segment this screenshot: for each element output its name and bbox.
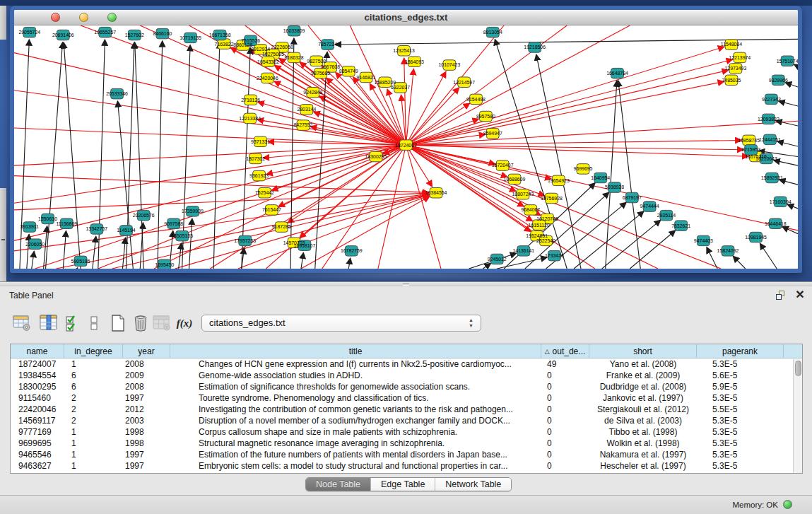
memory-status-icon[interactable] bbox=[783, 500, 792, 509]
table-settings-button[interactable] bbox=[11, 313, 33, 334]
citation-edge-red[interactable] bbox=[378, 145, 406, 269]
citation-edge-black[interactable] bbox=[794, 64, 798, 66]
citation-edge-black[interactable] bbox=[158, 41, 163, 269]
new-table-button[interactable] bbox=[107, 313, 129, 334]
close-panel-icon[interactable]: ✕ bbox=[794, 289, 806, 300]
citation-edge-black[interactable] bbox=[301, 252, 303, 269]
citation-edge-black[interactable] bbox=[44, 226, 47, 269]
column-header-short[interactable]: short bbox=[589, 344, 697, 358]
citation-edge-black[interactable] bbox=[20, 40, 29, 269]
citation-edge-black[interactable] bbox=[117, 101, 133, 269]
citation-edge-black[interactable] bbox=[122, 238, 125, 269]
table-row[interactable]: 1872400712008Changes of HCN gene express… bbox=[11, 358, 802, 370]
panel-splitter[interactable] bbox=[0, 281, 812, 286]
table-row[interactable]: 1456911722003Disruption of a novel membe… bbox=[11, 415, 802, 426]
cell-out_degree: 0 bbox=[541, 415, 589, 426]
table-row[interactable]: 946554611997Estimation of the future num… bbox=[11, 449, 802, 460]
network-node-label: 5905195 bbox=[71, 259, 90, 264]
column-header-label: pagerank bbox=[722, 346, 758, 356]
citation-edge-black[interactable] bbox=[787, 204, 798, 209]
citation-edge-black[interactable] bbox=[63, 230, 66, 269]
table-tab-group: Node TableEdge TableNetwork Table bbox=[305, 477, 512, 491]
citation-edge-black[interactable] bbox=[213, 42, 220, 269]
cell-short: Hescheler et al. (1997) bbox=[589, 460, 697, 472]
network-node-label: 7163822 bbox=[215, 42, 234, 47]
cell-name: 14569117 bbox=[11, 415, 64, 426]
table-row[interactable]: 977716911998Corpus callosum shape and si… bbox=[11, 426, 802, 438]
citation-edge-black[interactable] bbox=[348, 258, 350, 269]
column-header-out_degree[interactable]: △out_de... bbox=[541, 344, 589, 358]
table-scrollbar-thumb[interactable] bbox=[795, 361, 801, 376]
citation-edge-black[interactable] bbox=[27, 234, 29, 269]
citation-edge-black[interactable] bbox=[574, 211, 644, 269]
table-row[interactable]: 946362711997Embryonic stem cells: a mode… bbox=[11, 460, 802, 472]
network-node-label: 1527602 bbox=[125, 33, 144, 37]
select-rows-button[interactable] bbox=[62, 313, 83, 334]
table-panel: Table Panel ✕ bbox=[0, 281, 812, 514]
network-node-label: 8466160 bbox=[153, 31, 172, 36]
network-node-label: 12213974 bbox=[729, 55, 751, 60]
citation-edge-black[interactable] bbox=[779, 180, 798, 185]
table-row[interactable]: 911546021997Tourette syndrome. Phenomeno… bbox=[11, 392, 802, 404]
citation-edge-black[interactable] bbox=[93, 236, 96, 269]
citation-edge-black[interactable] bbox=[32, 251, 35, 269]
column-header-year[interactable]: year bbox=[123, 344, 170, 358]
column-header-in_degree[interactable]: in_degree bbox=[64, 344, 123, 358]
column-header-label: year bbox=[138, 346, 154, 356]
tab-edge-table[interactable]: Edge Table bbox=[371, 478, 435, 491]
cell-pagerank: 5.3E-5 bbox=[697, 460, 784, 472]
tab-node-table[interactable]: Node Table bbox=[306, 478, 371, 491]
float-panel-icon[interactable] bbox=[776, 291, 787, 300]
citation-edge-black[interactable] bbox=[46, 42, 63, 269]
clear-selection-button[interactable] bbox=[83, 313, 105, 334]
citation-edge-red[interactable] bbox=[406, 140, 742, 145]
citation-edge-red[interactable] bbox=[406, 145, 508, 177]
table-row[interactable]: 1938455462009Genome-wide association stu… bbox=[11, 370, 802, 381]
network-node-label: 20533346 bbox=[106, 91, 128, 96]
delete-entry-button[interactable] bbox=[130, 313, 151, 334]
citation-edge-red[interactable] bbox=[406, 145, 722, 269]
table-scrollbar[interactable] bbox=[793, 359, 802, 474]
citation-edge-black[interactable] bbox=[618, 81, 640, 269]
network-node-label: 29055724 bbox=[18, 30, 40, 35]
citation-edge-black[interactable] bbox=[77, 268, 78, 269]
column-header-pagerank[interactable]: pagerank bbox=[697, 344, 784, 358]
cell-name: 9115460 bbox=[11, 392, 64, 404]
cell-title: Genome-wide association studies in ADHD. bbox=[170, 370, 541, 381]
table-row[interactable]: 1830029562008Estimation of significance … bbox=[11, 381, 802, 392]
citation-edge-black[interactable] bbox=[777, 141, 798, 146]
table-row[interactable]: 969969511998Structural magnetic resonanc… bbox=[11, 438, 802, 449]
table-selector-value: citations_edges.txt bbox=[209, 317, 286, 328]
function-builder-button[interactable]: f(x) bbox=[174, 313, 195, 334]
citation-edge-black[interactable] bbox=[760, 243, 777, 269]
citation-edge-red[interactable] bbox=[56, 194, 428, 269]
network-node-label: 7515526 bbox=[241, 38, 260, 43]
citation-edge-red[interactable] bbox=[406, 145, 799, 230]
network-canvas[interactable]: 1872400718300295193845547163822886012889… bbox=[14, 25, 798, 269]
column-header-title[interactable]: title bbox=[170, 344, 541, 358]
citation-edge-red[interactable] bbox=[406, 59, 733, 145]
network-node-label: 11548084 bbox=[721, 42, 742, 47]
citation-edge-red[interactable] bbox=[406, 145, 744, 150]
citation-edge-black[interactable] bbox=[189, 218, 192, 269]
citation-edge-black[interactable] bbox=[785, 83, 798, 87]
citation-edge-red[interactable] bbox=[266, 145, 406, 174]
table-row[interactable]: 2242004622012Investigating the contribut… bbox=[11, 404, 802, 415]
tab-network-table[interactable]: Network Table bbox=[435, 478, 511, 491]
citation-edge-black[interactable] bbox=[733, 256, 746, 269]
citation-edge-red[interactable] bbox=[175, 195, 429, 269]
citation-edge-black[interactable] bbox=[64, 42, 81, 269]
network-node-label: 20691406 bbox=[52, 33, 74, 37]
cell-name: 9699695 bbox=[11, 438, 64, 449]
citation-edge-red[interactable] bbox=[140, 25, 406, 145]
network-node-label: 1350610 bbox=[38, 216, 57, 221]
network-node-label: 1640954 bbox=[591, 175, 610, 180]
select-column-button[interactable] bbox=[38, 313, 59, 334]
citation-edge-black[interactable] bbox=[602, 220, 661, 269]
network-window-titlebar[interactable]: citations_edges.txt bbox=[14, 10, 798, 25]
citation-edge-red[interactable] bbox=[406, 145, 749, 156]
table-selector-dropdown[interactable]: citations_edges.txt ▲▼ bbox=[201, 315, 481, 332]
citation-edge-black[interactable] bbox=[778, 101, 798, 106]
column-header-name[interactable]: name bbox=[11, 344, 64, 358]
cell-name: 9777169 bbox=[11, 426, 64, 438]
